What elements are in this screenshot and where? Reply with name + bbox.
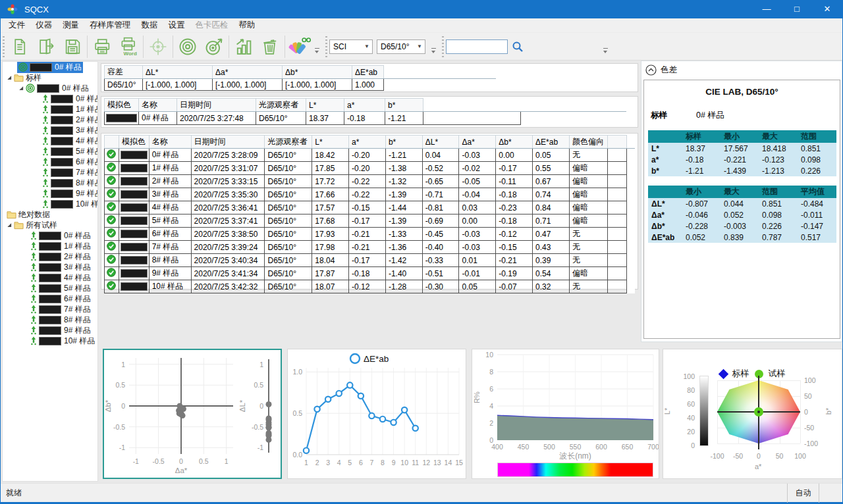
print-button[interactable] bbox=[89, 34, 115, 59]
tree-expand-icon[interactable] bbox=[5, 222, 13, 228]
statistics-chart-button[interactable] bbox=[231, 34, 257, 59]
color-swatch bbox=[121, 282, 148, 291]
spectral-chart-panel[interactable]: 0246810400450500550600650700波长(nm)R% bbox=[472, 349, 659, 479]
tree-item[interactable]: 7# 样品 bbox=[3, 304, 97, 315]
sample-row[interactable]: 10# 样品2020/7/25 3:42:32D65/10°18.07-0.12… bbox=[105, 280, 636, 293]
menu-item-1[interactable]: 仪器 bbox=[30, 18, 57, 32]
standard-row[interactable]: 0# 样品2020/7/25 3:27:48D65/10°18.37-0.18-… bbox=[105, 112, 626, 125]
folder-icon bbox=[7, 211, 16, 219]
menu-item-0[interactable]: 文件 bbox=[3, 18, 30, 32]
tree-item[interactable]: 0# 样品 bbox=[3, 83, 97, 93]
menu-item-7[interactable]: 帮助 bbox=[234, 18, 261, 32]
color-swatch bbox=[121, 190, 148, 199]
sample-row[interactable]: 1# 样品2020/7/25 3:31:07D65/10°17.85-0.20-… bbox=[105, 162, 636, 175]
search-input[interactable] bbox=[446, 39, 508, 54]
search-icon[interactable] bbox=[512, 41, 524, 53]
tree-item[interactable]: 10# 样品 bbox=[3, 199, 97, 209]
svg-text:ΔE*ab: ΔE*ab bbox=[364, 354, 389, 364]
tree-item[interactable]: 9# 样品 bbox=[3, 325, 97, 336]
svg-text:波长(nm): 波长(nm) bbox=[559, 451, 591, 461]
tree-expand-icon[interactable] bbox=[5, 75, 13, 80]
maximize-button[interactable]: □ bbox=[782, 0, 812, 18]
save-button[interactable] bbox=[59, 34, 86, 59]
tree-item[interactable]: 4# 样品 bbox=[3, 272, 97, 283]
tree-item[interactable]: 1# 样品 bbox=[3, 104, 97, 114]
sample-icon bbox=[30, 263, 37, 272]
tree-item[interactable]: 7# 样品 bbox=[3, 167, 97, 178]
scatter-chart-panel[interactable]: 10.50-0.5-1-1-0.500.51Δa*Δb*10.50-0.5-1Δ… bbox=[103, 349, 282, 479]
menu-item-5[interactable]: 设置 bbox=[163, 18, 190, 32]
toolbar-overflow-icon[interactable] bbox=[603, 48, 609, 55]
tree-item[interactable]: 10# 样品 bbox=[3, 336, 97, 346]
new-document-button[interactable] bbox=[7, 34, 33, 59]
tree-item[interactable]: 8# 样品 bbox=[3, 178, 97, 188]
sample-row[interactable]: 2# 样品2020/7/25 3:33:15D65/10°17.72-0.22-… bbox=[105, 175, 636, 188]
tree-item[interactable]: 标样 bbox=[3, 72, 97, 83]
sample-row[interactable]: 0# 样品2020/7/25 3:28:09D65/10°18.42-0.20-… bbox=[105, 149, 636, 162]
sample-row[interactable]: 8# 样品2020/7/25 3:40:34D65/10°18.04-0.17-… bbox=[105, 254, 636, 267]
color-swatch bbox=[51, 168, 73, 177]
toolbar-separator bbox=[229, 36, 229, 58]
toolbar-overflow-icon[interactable] bbox=[431, 48, 437, 55]
auto-mode-button[interactable]: 自动 bbox=[787, 484, 819, 503]
tree-item[interactable]: 8# 样品 bbox=[3, 315, 97, 325]
tree-item[interactable]: 5# 样品 bbox=[3, 146, 97, 157]
tree-item[interactable]: 6# 样品 bbox=[3, 157, 97, 167]
color-swatch bbox=[106, 114, 137, 122]
tree-item[interactable]: 9# 样品 bbox=[3, 188, 97, 199]
standard-panel: 模拟色名称日期时间光源观察者L*a*b*0# 样品2020/7/25 3:27:… bbox=[101, 96, 638, 128]
export-button[interactable] bbox=[33, 34, 59, 59]
sample-row[interactable]: 6# 样品2020/7/25 3:38:50D65/10°17.93-0.21-… bbox=[105, 228, 636, 241]
tree-item[interactable]: 5# 样品 bbox=[3, 283, 97, 293]
deltae-trend-chart-panel[interactable]: 0.00.51.0123456789101112131415ΔE*ab bbox=[287, 349, 466, 479]
menu-item-6[interactable]: 色卡匹检 bbox=[190, 18, 234, 32]
color-card-match-button[interactable] bbox=[286, 34, 313, 59]
calibrate-button[interactable] bbox=[145, 34, 171, 59]
tree-item[interactable]: 4# 样品 bbox=[3, 136, 97, 146]
measure-standard-button[interactable] bbox=[175, 34, 201, 59]
toolbar-overflow-icon[interactable] bbox=[314, 48, 321, 55]
tree-item[interactable]: 绝对数据 bbox=[3, 209, 97, 220]
sample-row[interactable]: 4# 样品2020/7/25 3:36:41D65/10°17.57-0.15-… bbox=[105, 201, 636, 214]
delete-button[interactable] bbox=[257, 34, 283, 59]
menu-item-3[interactable]: 存样库管理 bbox=[84, 18, 136, 32]
sample-row[interactable]: 5# 样品2020/7/25 3:37:41D65/10°17.68-0.17-… bbox=[105, 214, 636, 228]
tree-item[interactable]: 0# 样品 bbox=[3, 93, 97, 104]
tree-item[interactable]: 0# 样品 bbox=[3, 62, 97, 72]
pass-check-icon bbox=[105, 175, 119, 188]
tree-item[interactable]: 所有试样 bbox=[3, 220, 97, 230]
tree-item[interactable]: 1# 样品 bbox=[3, 241, 97, 251]
menu-item-4[interactable]: 数据 bbox=[136, 18, 163, 32]
stats-row: ΔL*-0.8070.0440.851-0.484 bbox=[648, 198, 836, 209]
sample-row[interactable]: 9# 样品2020/7/25 3:41:34D65/10°17.87-0.18-… bbox=[105, 267, 636, 280]
menu-item-2[interactable]: 测量 bbox=[57, 18, 84, 32]
folder-icon bbox=[14, 221, 24, 230]
tree-expand-icon[interactable] bbox=[17, 86, 24, 91]
sample-row[interactable]: 3# 样品2020/7/25 3:35:30D65/10°17.66-0.22-… bbox=[105, 188, 636, 201]
tree-item[interactable]: 3# 样品 bbox=[3, 125, 97, 136]
minimize-button[interactable]: — bbox=[751, 0, 782, 18]
collapse-icon[interactable] bbox=[645, 64, 657, 76]
tree-item[interactable]: 2# 样品 bbox=[3, 251, 97, 262]
stats-row: L*18.3717.56718.4180.851 bbox=[648, 143, 836, 154]
color-swatch bbox=[39, 305, 61, 314]
tree-item[interactable]: 3# 样品 bbox=[3, 262, 97, 272]
toolbar-grip[interactable] bbox=[442, 36, 444, 57]
tree-item[interactable]: 0# 样品 bbox=[3, 230, 97, 241]
export-word-button[interactable]: Word bbox=[115, 34, 142, 59]
sci-mode-select[interactable]: SCI ▼ bbox=[329, 39, 373, 54]
standard-marker-icon bbox=[718, 368, 728, 379]
toolbar-grip[interactable] bbox=[3, 36, 5, 57]
tree-item[interactable]: 6# 样品 bbox=[3, 293, 97, 304]
tolerance-row[interactable]: D65/10°[-1.000, 1.000][-1.000, 1.000][-1… bbox=[105, 79, 496, 91]
tree-item[interactable]: 2# 样品 bbox=[3, 114, 97, 125]
toolbar-grip[interactable] bbox=[325, 36, 327, 57]
close-button[interactable]: ✕ bbox=[812, 0, 842, 18]
svg-text:4: 4 bbox=[337, 459, 341, 466]
lab-wheel-chart-panel[interactable]: 标样试样100806040200L*100500-50-100b*-100-50… bbox=[663, 349, 842, 479]
pass-check-icon bbox=[105, 162, 119, 175]
sample-row[interactable]: 7# 样品2020/7/25 3:39:24D65/10°17.98-0.21-… bbox=[105, 241, 636, 254]
svg-text:10: 10 bbox=[485, 351, 493, 359]
illuminant-select[interactable]: D65/10° ▼ bbox=[377, 39, 425, 54]
measure-sample-button[interactable] bbox=[201, 34, 227, 59]
